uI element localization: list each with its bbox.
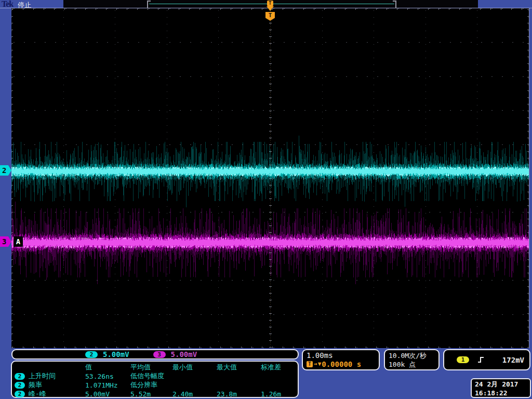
trigger-position-marker-icon: T <box>266 1 274 11</box>
measure-name: 频率 <box>29 380 42 390</box>
timebase-readout: 1.00ms T → ▼ 0.00000 s <box>302 349 380 370</box>
measure-max: 23.8m <box>217 390 261 398</box>
channel-3-scale: 5.00mV <box>171 351 197 358</box>
channel-2-scale: 5.00mV <box>103 351 129 358</box>
trigger-level-value: 172mV <box>502 356 524 364</box>
measure-value: 1.071MHz <box>85 381 130 389</box>
measure-mean: 低信号幅度 <box>130 371 172 381</box>
channel-2-badge: 2 <box>85 351 98 358</box>
record-length: 100k 点 <box>389 360 438 369</box>
col-header-max: 最大值 <box>217 363 261 372</box>
waveform-display <box>11 8 529 348</box>
waveform-marker-a: A <box>14 236 23 247</box>
measurement-header-row: 值 平均值 最小值 最大值 标准差 <box>12 363 298 371</box>
arrow-down-icon: ▼ <box>318 360 322 368</box>
measurement-row-peaktopeak: 2 峰-峰 5.00mV 5.52m 2.40m 23.8m 1.26m <box>12 389 298 398</box>
measurement-table: 值 平均值 最小值 最大值 标准差 2 上升时间 53.26ns 低信号幅度 2… <box>11 361 299 398</box>
arrow-right-icon: → <box>314 360 317 368</box>
measure-name: 峰-峰 <box>29 389 46 398</box>
measure-channel-badge: 2 <box>15 391 25 397</box>
oscilloscope-screen: { "topbar": { "logo": "Tek", "status": "… <box>0 0 532 399</box>
measure-channel-badge: 2 <box>15 382 25 389</box>
col-header-value: 值 <box>85 363 130 372</box>
col-header-std: 标准差 <box>261 363 298 372</box>
measure-name: 上升时间 <box>29 371 56 381</box>
measure-value: 53.26ns <box>85 373 130 380</box>
measure-min: 2.40m <box>172 390 217 398</box>
waveform-canvas <box>11 8 529 348</box>
trigger-arrow-tip-icon <box>267 6 274 11</box>
measurement-row-risetime: 2 上升时间 53.26ns 低信号幅度 <box>12 371 298 380</box>
channel-2-marker: 2 <box>0 165 11 176</box>
measurement-row-frequency: 2 频率 1.071MHz 低分辨率 <box>12 380 298 389</box>
col-header-min: 最小值 <box>172 363 217 372</box>
trigger-t-icon: T <box>307 361 313 367</box>
trigger-readout: 1 172mV <box>443 349 530 370</box>
tek-logo: Tek <box>2 0 13 9</box>
right-margin <box>529 8 532 348</box>
sample-rate: 10.0M次/秒 <box>389 351 438 360</box>
measure-channel-badge: 2 <box>15 373 25 380</box>
channel-3-badge: 3 <box>153 351 166 358</box>
rising-edge-slope-icon <box>477 356 484 364</box>
acquisition-readout: 10.0M次/秒 100k 点 <box>384 349 440 370</box>
trigger-source-badge: 1 <box>457 356 469 363</box>
date-label: 24 2月 2017 <box>475 380 530 389</box>
channel-readout-bar: 2 5.00mV 3 5.00mV <box>11 349 299 360</box>
measure-value: 5.00mV <box>85 390 130 398</box>
measure-std: 1.26m <box>261 390 298 398</box>
datetime-box: 24 2月 2017 16:18:22 <box>471 378 531 398</box>
trigger-position-value: 0.00000 s <box>322 360 361 368</box>
channel-3-marker: 3 <box>0 236 11 247</box>
timebase-scale: 1.00ms <box>307 351 379 360</box>
time-label: 16:18:22 <box>475 389 530 397</box>
measure-mean: 5.52m <box>130 390 172 398</box>
col-header-mean: 平均值 <box>130 363 172 372</box>
measure-mean: 低分辨率 <box>130 380 172 390</box>
top-status-bar: Tek 停止 T <box>0 0 532 8</box>
trigger-position-readout: T → ▼ 0.00000 s <box>307 360 379 368</box>
